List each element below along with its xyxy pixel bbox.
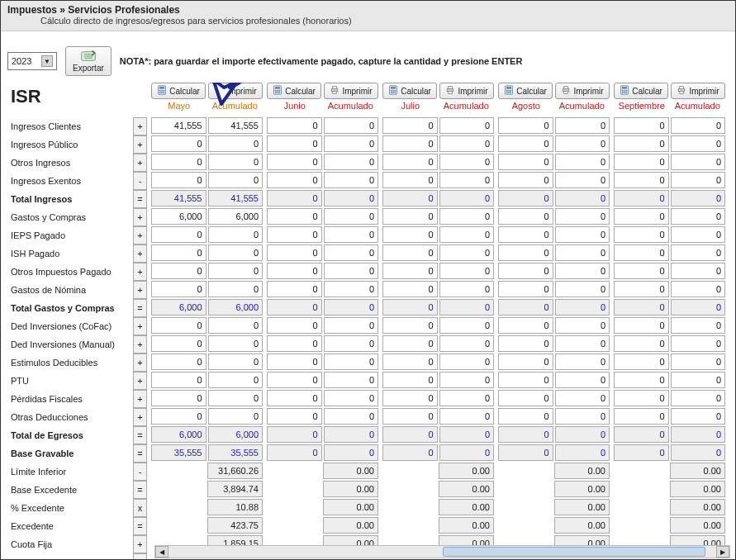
value-cell[interactable]: 0	[671, 281, 726, 297]
value-cell[interactable]: 0	[555, 244, 610, 261]
value-cell[interactable]: 0	[382, 408, 438, 425]
value-cell[interactable]: 0	[324, 317, 379, 334]
value-cell[interactable]: 0	[439, 372, 495, 388]
value-cell[interactable]: 0	[324, 335, 379, 352]
value-cell[interactable]: 0	[498, 154, 553, 170]
value-cell[interactable]: 0	[267, 354, 322, 370]
value-cell[interactable]: 0	[614, 244, 669, 261]
scroll-right-button[interactable]: ▶	[716, 546, 729, 558]
value-cell[interactable]: 0	[498, 335, 553, 352]
value-cell[interactable]: 0	[208, 244, 264, 261]
value-cell[interactable]: 6,000	[151, 208, 207, 225]
calcular-button[interactable]: Calcular	[267, 83, 321, 99]
value-cell[interactable]: 0	[267, 135, 322, 152]
value-cell[interactable]: 0	[267, 226, 322, 243]
value-cell[interactable]: 0	[324, 372, 379, 388]
value-cell[interactable]: 0	[671, 117, 726, 134]
value-cell[interactable]: 0	[439, 208, 495, 225]
value-cell[interactable]: 0	[382, 208, 438, 225]
value-cell[interactable]: 0	[151, 244, 207, 261]
value-cell[interactable]: 0	[555, 281, 610, 297]
value-cell[interactable]: 0	[671, 390, 726, 406]
value-cell[interactable]: 0	[614, 390, 669, 406]
value-cell[interactable]: 0	[439, 154, 495, 170]
value-cell[interactable]: 0	[208, 226, 264, 243]
value-cell[interactable]: 0	[382, 135, 438, 152]
value-cell[interactable]: 0	[614, 154, 669, 170]
value-cell[interactable]: 0	[208, 172, 264, 188]
value-cell[interactable]: 0	[614, 335, 669, 352]
value-cell[interactable]: 0	[208, 335, 264, 352]
value-cell[interactable]: 41,555	[151, 117, 207, 134]
value-cell[interactable]: 0	[671, 244, 726, 261]
value-cell[interactable]: 0	[614, 372, 669, 388]
value-cell[interactable]: 0	[498, 372, 553, 388]
value-cell[interactable]: 0	[555, 354, 610, 370]
value-cell[interactable]: 0	[151, 390, 207, 406]
value-cell[interactable]: 0	[324, 117, 379, 134]
value-cell[interactable]: 0	[439, 117, 495, 134]
value-cell[interactable]: 0	[671, 335, 726, 352]
value-cell[interactable]: 0	[498, 354, 553, 370]
value-cell[interactable]: 0	[614, 135, 669, 152]
value-cell[interactable]: 0	[382, 172, 438, 188]
value-cell[interactable]: 0	[671, 408, 726, 425]
value-cell[interactable]: 6,000	[208, 208, 264, 225]
value-cell[interactable]: 0	[324, 408, 379, 425]
value-cell[interactable]: 0	[324, 172, 379, 188]
value-cell[interactable]: 0	[208, 135, 264, 152]
scroll-thumb[interactable]	[443, 547, 705, 557]
value-cell[interactable]: 0	[498, 135, 553, 152]
imprimir-button[interactable]: Imprimir	[555, 83, 610, 99]
value-cell[interactable]: 0	[267, 244, 322, 261]
value-cell[interactable]: 0	[151, 317, 207, 334]
value-cell[interactable]: 0	[555, 135, 610, 152]
imprimir-button[interactable]: Imprimir	[208, 83, 263, 99]
value-cell[interactable]: 0	[555, 117, 610, 134]
value-cell[interactable]: 0	[151, 281, 207, 297]
value-cell[interactable]: 0	[671, 154, 726, 170]
value-cell[interactable]: 0	[555, 208, 610, 225]
value-cell[interactable]: 41,555	[208, 117, 264, 134]
value-cell[interactable]: 0	[382, 117, 438, 134]
value-cell[interactable]: 0	[498, 408, 553, 425]
value-cell[interactable]: 0	[267, 172, 322, 188]
value-cell[interactable]: 0	[208, 281, 264, 297]
value-cell[interactable]: 0	[324, 135, 379, 152]
value-cell[interactable]: 0	[382, 372, 438, 388]
value-cell[interactable]: 0	[208, 408, 264, 425]
value-cell[interactable]: 0	[267, 317, 322, 334]
value-cell[interactable]: 0	[382, 154, 438, 170]
value-cell[interactable]: 0	[671, 372, 726, 388]
value-cell[interactable]: 0	[267, 281, 322, 297]
calcular-button[interactable]: Calcular	[614, 83, 668, 99]
value-cell[interactable]: 0	[267, 335, 322, 352]
value-cell[interactable]: 0	[439, 135, 495, 152]
value-cell[interactable]: 0	[498, 226, 553, 243]
value-cell[interactable]: 0	[267, 372, 322, 388]
value-cell[interactable]: 0	[324, 390, 379, 406]
value-cell[interactable]: 0	[498, 317, 553, 334]
value-cell[interactable]: 0	[555, 408, 610, 425]
value-cell[interactable]: 0	[498, 117, 553, 134]
value-cell[interactable]: 0	[208, 372, 264, 388]
value-cell[interactable]: 0	[498, 263, 553, 279]
scroll-left-button[interactable]: ◀	[155, 546, 169, 558]
value-cell[interactable]: 0	[382, 281, 438, 297]
value-cell[interactable]: 0	[439, 390, 495, 406]
value-cell[interactable]: 0	[439, 408, 495, 425]
value-cell[interactable]: 0	[267, 263, 322, 279]
value-cell[interactable]: 0	[498, 390, 553, 406]
value-cell[interactable]: 0	[555, 335, 610, 352]
value-cell[interactable]: 0	[671, 172, 726, 188]
imprimir-button[interactable]: Imprimir	[439, 83, 494, 99]
value-cell[interactable]: 0	[267, 154, 322, 170]
value-cell[interactable]: 0	[614, 354, 669, 370]
value-cell[interactable]: 0	[439, 335, 495, 352]
value-cell[interactable]: 0	[208, 154, 264, 170]
value-cell[interactable]: 0	[614, 408, 669, 425]
value-cell[interactable]: 0	[324, 154, 379, 170]
imprimir-button[interactable]: Imprimir	[324, 83, 378, 99]
value-cell[interactable]: 0	[555, 317, 610, 334]
value-cell[interactable]: 0	[498, 244, 553, 261]
